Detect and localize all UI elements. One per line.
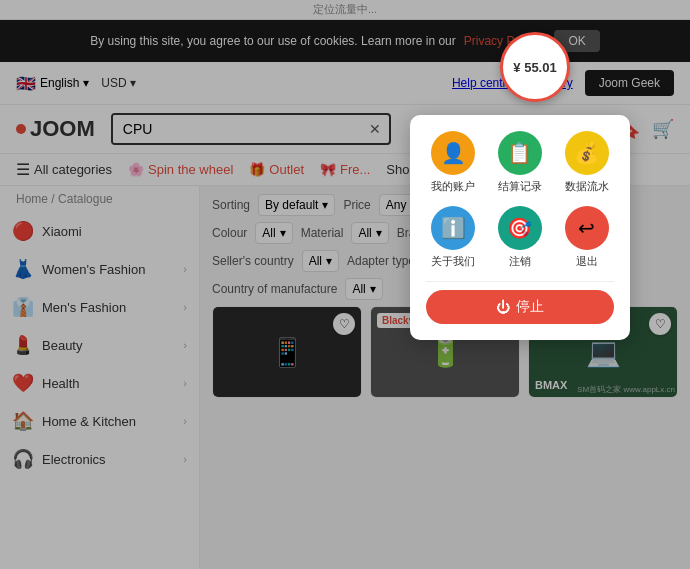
stop-button[interactable]: ⏻ 停止 (426, 290, 614, 324)
cancel-label: 注销 (509, 254, 531, 269)
price-bubble: ¥ 55.01 (500, 32, 570, 102)
popup-menu: 👤 我的账户 📋 结算记录 💰 数据流水 ℹ️ 关于我们 🎯 注销 ↩ 退出 (410, 115, 630, 340)
power-icon: ⏻ (496, 299, 510, 315)
checkout-records-label: 结算记录 (498, 179, 542, 194)
stop-label: 停止 (516, 298, 544, 316)
popup-item-cancel[interactable]: 🎯 注销 (493, 206, 548, 269)
about-us-label: 关于我们 (431, 254, 475, 269)
my-account-label: 我的账户 (431, 179, 475, 194)
my-account-icon: 👤 (431, 131, 475, 175)
data-flow-label: 数据流水 (565, 179, 609, 194)
checkout-records-icon: 📋 (498, 131, 542, 175)
popup-item-my-account[interactable]: 👤 我的账户 (426, 131, 481, 194)
popup-item-checkout-records[interactable]: 📋 结算记录 (493, 131, 548, 194)
popup-overlay[interactable]: 👤 我的账户 📋 结算记录 💰 数据流水 ℹ️ 关于我们 🎯 注销 ↩ 退出 (0, 0, 690, 569)
popup-grid: 👤 我的账户 📋 结算记录 💰 数据流水 ℹ️ 关于我们 🎯 注销 ↩ 退出 (426, 131, 614, 269)
price-value: ¥ 55.01 (513, 60, 556, 75)
logout-icon: ↩ (565, 206, 609, 250)
data-flow-icon: 💰 (565, 131, 609, 175)
popup-item-data-flow[interactable]: 💰 数据流水 (559, 131, 614, 194)
logout-label: 退出 (576, 254, 598, 269)
cancel-icon: 🎯 (498, 206, 542, 250)
popup-item-logout[interactable]: ↩ 退出 (559, 206, 614, 269)
popup-item-about-us[interactable]: ℹ️ 关于我们 (426, 206, 481, 269)
popup-divider (426, 281, 614, 282)
about-us-icon: ℹ️ (431, 206, 475, 250)
